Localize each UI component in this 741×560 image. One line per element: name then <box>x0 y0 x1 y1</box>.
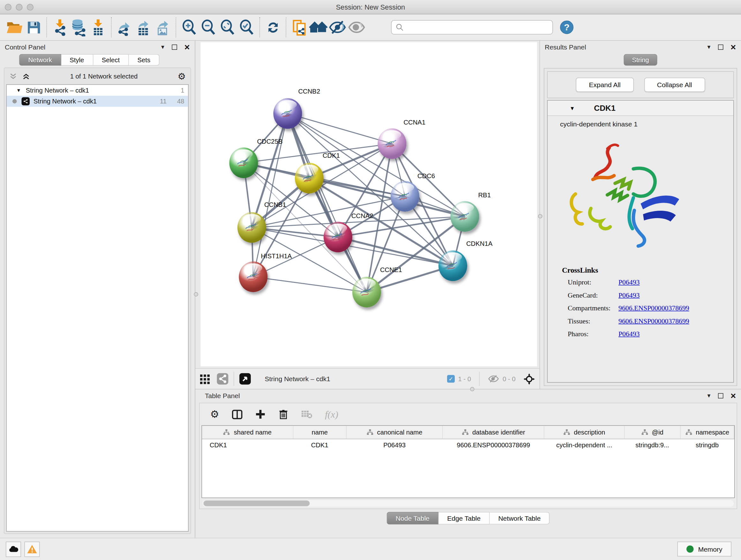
gear-icon[interactable]: ⚙ <box>178 71 186 82</box>
import-network-database-button[interactable] <box>70 17 89 38</box>
table-cell[interactable]: CDK1 <box>293 439 346 452</box>
column-header--id[interactable]: @id <box>624 426 680 439</box>
table-settings-gear-icon[interactable]: ⚙ <box>210 409 219 420</box>
search-input[interactable] <box>391 20 553 35</box>
minimize-window-button[interactable] <box>16 4 23 10</box>
import-network-file-button[interactable] <box>51 17 70 38</box>
horizontal-splitter-handle[interactable] <box>470 387 475 391</box>
zoom-fit-button[interactable] <box>218 17 237 38</box>
crosslink-link[interactable]: 9606.ENSP00000378699 <box>618 317 689 325</box>
panel-close-icon[interactable]: ✕ <box>730 44 736 51</box>
crosslink-link[interactable]: 9606.ENSP00000378699 <box>618 304 689 313</box>
fit-crosshair-icon[interactable] <box>523 372 536 385</box>
node-cdc6[interactable] <box>391 181 419 212</box>
show-columns-icon[interactable] <box>232 409 243 420</box>
import-table-file-button[interactable] <box>89 17 108 38</box>
tree-expand-icon[interactable]: ▼ <box>16 88 21 93</box>
table-cell[interactable]: CDK1 <box>202 439 293 452</box>
panel-float-icon[interactable] <box>718 44 724 50</box>
node-cdc25b[interactable] <box>229 147 258 178</box>
memory-button[interactable]: Memory <box>677 542 731 557</box>
table-horizontal-scrollbar[interactable] <box>203 500 734 507</box>
show-all-networks-button[interactable] <box>309 17 328 38</box>
help-button[interactable]: ? <box>560 21 574 34</box>
column-header-namespace[interactable]: namespace <box>680 426 734 439</box>
birds-eye-view-icon[interactable] <box>199 373 211 385</box>
column-header-canonical-name[interactable]: canonical name <box>346 426 443 439</box>
close-window-button[interactable] <box>5 4 11 10</box>
crosslink-link[interactable]: P06493 <box>618 330 639 338</box>
warnings-button[interactable] <box>24 542 40 557</box>
tab-network[interactable]: Network <box>19 54 61 66</box>
tab-sets[interactable]: Sets <box>129 54 159 66</box>
zoom-out-button[interactable] <box>199 17 218 38</box>
scrollbar-thumb[interactable] <box>204 501 310 506</box>
export-network-button[interactable] <box>115 17 134 38</box>
hide-selected-button[interactable] <box>328 17 347 38</box>
collapse-all-chevron-icon[interactable] <box>22 72 30 80</box>
node-hist1h1a[interactable] <box>239 261 268 292</box>
edge-HIST1H1A-CCNE1[interactable] <box>253 277 367 292</box>
collapse-all-button[interactable]: Collapse All <box>644 78 705 92</box>
open-session-button[interactable] <box>5 17 24 38</box>
panel-close-icon[interactable]: ✕ <box>184 44 190 51</box>
table-cell[interactable]: stringdb <box>680 439 734 452</box>
save-session-button[interactable] <box>24 17 43 38</box>
column-header-name[interactable]: name <box>293 426 346 439</box>
zoom-in-button[interactable] <box>180 17 199 38</box>
crosslink-link[interactable]: P06493 <box>618 278 639 287</box>
collapse-protein-icon[interactable]: ▼ <box>569 105 575 111</box>
table-cell[interactable]: P06493 <box>346 439 443 452</box>
node-ccna2[interactable] <box>324 222 352 253</box>
node-ccnb2[interactable] <box>273 98 302 129</box>
expand-all-button[interactable]: Expand All <box>576 78 633 92</box>
column-header-shared-name[interactable]: shared name <box>202 426 293 439</box>
column-header-database-identifier[interactable]: database identifier <box>443 426 544 439</box>
node-cdkn1a[interactable] <box>439 251 467 281</box>
tab-edge-table[interactable]: Edge Table <box>439 512 489 524</box>
tab-node-table[interactable]: Node Table <box>387 512 439 524</box>
protein-card-header[interactable]: ▼ CDK1 <box>548 101 733 116</box>
export-table-button[interactable] <box>134 17 153 38</box>
panel-float-icon[interactable] <box>172 44 178 50</box>
tab-string[interactable]: String <box>624 54 657 66</box>
node-ccne1[interactable] <box>352 277 381 307</box>
export-image-button[interactable] <box>153 17 172 38</box>
node-cdk1[interactable] <box>295 163 324 193</box>
tab-style[interactable]: Style <box>61 54 93 66</box>
table-cell[interactable]: 9606.ENSP00000378699 <box>443 439 544 452</box>
panel-float-icon[interactable] <box>718 393 724 398</box>
show-hidden-button[interactable] <box>347 17 366 38</box>
edge-CCNB2-CCNE1[interactable] <box>288 114 367 293</box>
node-ccnb1[interactable] <box>238 212 266 243</box>
panel-menu-icon[interactable]: ▼ <box>706 44 711 50</box>
network-collection-row[interactable]: ▼ String Network – cdk1 1 <box>7 85 188 96</box>
tab-network-table[interactable]: Network Table <box>489 512 549 524</box>
left-splitter-handle[interactable] <box>194 292 199 297</box>
panel-menu-icon[interactable]: ▼ <box>160 44 165 50</box>
add-column-plus-icon[interactable] <box>255 409 266 420</box>
apply-layout-button[interactable] <box>263 17 282 38</box>
copy-network-view-button[interactable] <box>290 17 309 38</box>
right-splitter-handle[interactable] <box>538 214 542 219</box>
table-cell[interactable]: cyclin-dependent ... <box>544 439 624 452</box>
detach-view-icon[interactable] <box>239 373 252 385</box>
table-cell[interactable]: stringdb:9... <box>624 439 680 452</box>
tab-select[interactable]: Select <box>93 54 129 66</box>
network-share-icon[interactable] <box>216 373 229 385</box>
delete-column-trash-icon[interactable] <box>278 409 288 420</box>
panel-menu-icon[interactable]: ▼ <box>706 393 711 398</box>
expand-all-chevron-icon[interactable] <box>9 72 17 80</box>
network-row[interactable]: String Network – cdk1 11 48 <box>7 96 188 107</box>
cloud-status-button[interactable] <box>6 542 21 557</box>
node-rb1[interactable] <box>451 201 479 232</box>
network-canvas[interactable]: CCNB2CCNA1CDC25BCDK1CDC6RB1CCNB1CCNA2CDK… <box>201 42 537 367</box>
panel-close-icon[interactable]: ✕ <box>730 392 736 399</box>
zoom-selected-button[interactable] <box>237 17 256 38</box>
table-row[interactable]: CDK1CDK1P064939606.ENSP00000378699cyclin… <box>202 439 734 452</box>
column-header-description[interactable]: description <box>544 426 624 439</box>
node-ccna1[interactable] <box>378 128 407 159</box>
crosslink-link[interactable]: P06493 <box>618 291 639 300</box>
selected-checkbox-icon[interactable]: ✓ <box>447 375 455 383</box>
zoom-window-button[interactable] <box>27 4 33 10</box>
